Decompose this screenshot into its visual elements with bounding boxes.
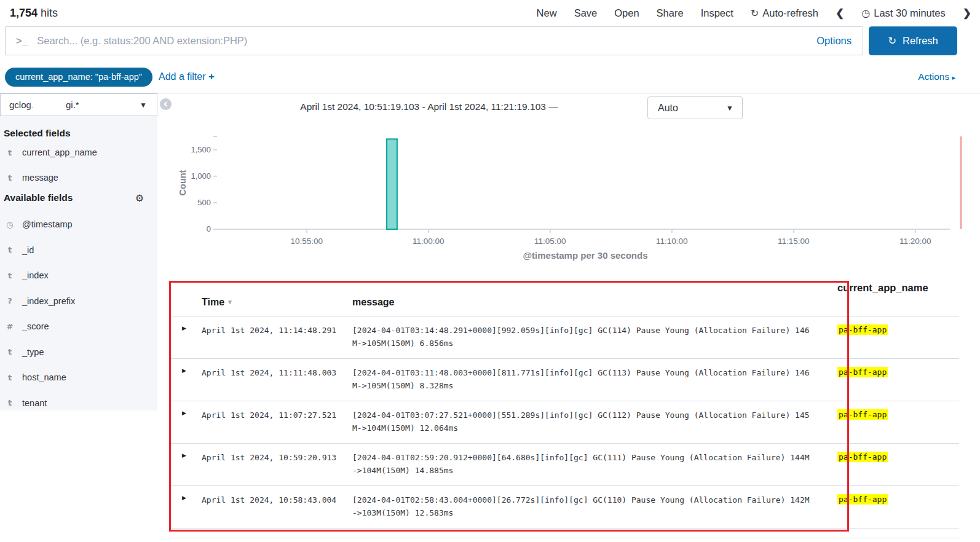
field-name: _type [22, 347, 44, 357]
field-item[interactable]: t _id [5, 245, 34, 255]
top-menu: New Save Open Share Inspect ↻ Auto-refre… [537, 7, 971, 20]
field-name: @timestamp [22, 219, 73, 229]
y-tick-label: 500 [197, 198, 211, 207]
field-name: host_name [22, 372, 66, 382]
expand-row-button[interactable]: ▶ [169, 316, 197, 331]
index-pattern-select[interactable]: gclog.gi.* ▼ [0, 93, 157, 116]
time-forward-button[interactable]: ❯ [963, 7, 971, 20]
highlighted-value: pa-bff-app [837, 324, 888, 335]
expand-column-header [169, 281, 197, 316]
search-input[interactable] [37, 35, 816, 47]
x-tick-label: 11:20:00 [899, 237, 931, 246]
time-back-button[interactable]: ❮ [836, 7, 844, 20]
field-type-icon: t [5, 148, 15, 157]
filter-pill[interactable]: current_app_name: "pa-bff-app" [5, 68, 152, 87]
options-link[interactable]: Options [816, 35, 852, 47]
clock-icon: ◷ [861, 7, 870, 19]
time-column-header[interactable]: Time▼ [197, 281, 347, 316]
row-message-cell: [2024-04-01T03:14:48.291+0000][992.059s]… [347, 316, 830, 350]
y-tick-label: 0 [207, 224, 211, 234]
field-type-icon: t [5, 245, 15, 254]
menu-open[interactable]: Open [614, 7, 639, 19]
collapse-sidebar-button[interactable] [160, 98, 172, 110]
hits-number: 1,754 [10, 7, 38, 19]
hits-label: hits [41, 7, 58, 19]
menu-save[interactable]: Save [574, 7, 598, 19]
field-type-icon: ? [5, 296, 15, 305]
expand-row-button[interactable]: ▶ [169, 359, 197, 374]
menu-share[interactable]: Share [657, 7, 684, 19]
field-item[interactable]: ? _index_prefix [5, 296, 75, 306]
row-time-cell: April 1st 2024, 11:11:48.003 [197, 359, 347, 379]
menu-auto-refresh[interactable]: ↻ Auto-refresh [751, 7, 818, 19]
expand-row-button[interactable]: ▶ [169, 486, 197, 501]
expand-row-button[interactable]: ▶ [169, 444, 197, 458]
table-row: ▶ April 1st 2024, 11:14:48.291 [2024-04-… [169, 316, 959, 359]
x-tick-label: 11:10:00 [656, 237, 688, 246]
fields-sidebar: gclog.gi.* ▼ Selected fields t current_a… [0, 93, 157, 410]
field-item[interactable]: # _score [5, 321, 49, 331]
highlighted-value: pa-bff-app [837, 367, 888, 377]
field-name: _index [22, 270, 49, 280]
histogram-bar[interactable] [387, 139, 397, 229]
row-app-name-cell: pa-bff-app [830, 444, 959, 462]
app-name-column-header[interactable]: current_app_name [830, 281, 959, 316]
search-bar: >_ Options [5, 26, 863, 55]
row-app-name-cell: pa-bff-app [830, 401, 959, 420]
chevron-down-icon: ▼ [726, 104, 733, 112]
table-row: ▶ April 1st 2024, 11:11:48.003 [2024-04-… [169, 359, 959, 401]
field-type-icon: # [5, 322, 15, 331]
field-type-icon: ◷ [5, 220, 15, 229]
field-name: _id [22, 245, 34, 255]
sort-desc-icon: ▼ [227, 299, 233, 305]
highlighted-value: pa-bff-app [837, 494, 888, 505]
highlighted-value: pa-bff-app [837, 409, 888, 420]
time-range-picker[interactable]: ◷ Last 30 minutes [861, 7, 945, 19]
expand-row-button[interactable]: ▶ [169, 401, 197, 416]
add-filter-button[interactable]: Add a filter + [159, 71, 215, 83]
table-row: ▶ April 1st 2024, 10:58:43.004 [2024-04-… [169, 486, 959, 528]
row-app-name-cell: pa-bff-app [830, 486, 959, 505]
table-header-row: Time▼ message current_app_name [169, 281, 959, 316]
x-tick-label: 10:55:00 [291, 237, 323, 246]
field-item[interactable]: t _type [5, 347, 44, 357]
plus-icon: + [208, 71, 215, 82]
field-item[interactable]: ◷ @timestamp [5, 219, 73, 229]
field-name: message [22, 173, 58, 183]
field-item[interactable]: t _index [5, 270, 49, 280]
row-time-cell: April 1st 2024, 11:07:27.521 [197, 401, 347, 422]
table-row: ▶ April 1st 2024, 10:59:20.913 [2024-04-… [169, 444, 959, 486]
row-app-name-cell: pa-bff-app [830, 359, 959, 377]
field-item[interactable]: t tenant [5, 398, 47, 408]
gear-icon[interactable]: ⚙ [135, 192, 144, 204]
x-axis-title: @timestamp per 30 seconds [523, 250, 647, 261]
actions-link[interactable]: Actions ▸ [918, 71, 955, 82]
row-time-cell: April 1st 2024, 10:59:20.913 [197, 444, 347, 464]
field-name: tenant [22, 398, 47, 408]
field-type-icon: t [5, 398, 15, 407]
field-item[interactable]: t host_name [5, 372, 66, 382]
interval-select[interactable]: Auto ▼ [647, 96, 743, 119]
redacted-text [34, 100, 66, 110]
available-fields-heading: Available fields [4, 192, 73, 203]
discover-app: 1,754 hits New Save Open Share Inspect ↻… [0, 0, 980, 542]
field-item[interactable]: t message [5, 173, 58, 183]
refresh-button[interactable]: ↻ Refresh [869, 26, 957, 55]
message-column-header[interactable]: message [347, 281, 830, 316]
refresh-cycle-icon: ↻ [751, 7, 759, 19]
chevron-down-icon: ▼ [140, 101, 147, 109]
field-type-icon: t [5, 373, 15, 382]
row-time-cell: April 1st 2024, 10:58:43.004 [197, 486, 347, 506]
table-bottom-divider [169, 538, 959, 538]
field-type-icon: t [5, 347, 15, 356]
field-type-icon: t [5, 173, 15, 183]
chevron-left-icon [163, 101, 168, 107]
menu-new[interactable]: New [537, 7, 557, 19]
row-app-name-cell: pa-bff-app [830, 316, 959, 335]
field-item[interactable]: t current_app_name [5, 147, 97, 157]
field-name: current_app_name [22, 147, 97, 157]
menu-inspect[interactable]: Inspect [701, 7, 733, 19]
x-tick-label: 11:00:00 [413, 237, 445, 246]
table-row: ▶ April 1st 2024, 11:07:27.521 [2024-04-… [169, 401, 959, 444]
field-type-icon: t [5, 271, 15, 280]
